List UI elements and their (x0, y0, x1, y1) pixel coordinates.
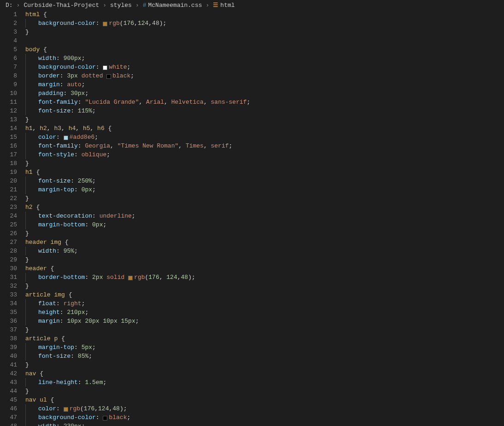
code-token: : (56, 404, 64, 413)
code-line[interactable]: article p { (25, 334, 504, 343)
code-line[interactable]: } (25, 282, 504, 290)
line-number: 19 (0, 168, 17, 177)
code-line[interactable]: text-decoration: underline; (25, 212, 504, 220)
code-line[interactable]: body { (25, 45, 504, 54)
code-content[interactable]: html {background-color: rgb(176,124,48);… (25, 10, 504, 426)
line-number: 39 (0, 343, 17, 352)
color-swatch-icon[interactable] (64, 407, 68, 412)
code-token: } (25, 325, 29, 334)
code-line[interactable]: nav ul { (25, 396, 504, 404)
line-number: 21 (0, 185, 17, 194)
code-line[interactable]: } (25, 159, 504, 168)
code-token: : (74, 343, 82, 352)
code-token: font-size (38, 106, 70, 115)
color-swatch-icon[interactable] (64, 136, 68, 140)
code-line[interactable]: background-color: rgb(176,124,48); (25, 19, 504, 28)
code-line[interactable]: } (25, 255, 504, 264)
code-line[interactable]: background-color: white; (25, 63, 504, 71)
code-line[interactable] (25, 36, 504, 45)
code-line[interactable]: h2 { (25, 203, 504, 212)
code-line[interactable]: h1, h2, h3, h4, h5, h6 { (25, 124, 504, 133)
breadcrumb-part[interactable]: html (220, 2, 234, 9)
line-number: 47 (0, 413, 17, 422)
code-token: , (159, 273, 167, 282)
color-swatch-icon[interactable] (103, 65, 107, 70)
code-token: } (25, 255, 29, 264)
code-token: , (204, 98, 211, 106)
code-token: 176 (84, 404, 94, 413)
chevron-right-icon: › (135, 2, 139, 9)
breadcrumb-part[interactable]: Curbside-Thai-Project (23, 2, 99, 9)
code-line[interactable]: font-family: "Lucida Grande", Arial, Hel… (25, 98, 504, 106)
code-line[interactable]: line-height: 1.5em; (25, 378, 504, 387)
code-token: h2 (25, 203, 36, 212)
code-line[interactable]: } (25, 115, 504, 124)
code-token: black (112, 71, 130, 80)
code-line[interactable]: } (25, 387, 504, 396)
code-line[interactable]: font-style: oblique; (25, 150, 504, 159)
code-line[interactable]: width: 900px; (25, 54, 504, 63)
code-line[interactable]: margin-top: 5px; (25, 343, 504, 352)
code-token: 30px (70, 89, 85, 98)
color-swatch-icon[interactable] (103, 416, 107, 420)
code-line[interactable]: font-size: 85%; (25, 352, 504, 361)
code-line[interactable]: } (25, 229, 504, 238)
code-token: : (56, 422, 64, 426)
code-line[interactable]: border-bottom: 2px solid rgb(176, 124,48… (25, 273, 504, 282)
indent-guide (25, 106, 38, 115)
code-line[interactable]: margin: 10px 20px 10px 15px; (25, 317, 504, 325)
breadcrumb[interactable]: D: › Curbside-Thai-Project › styles › # … (0, 0, 504, 10)
code-line[interactable]: margin-bottom: 0px; (25, 220, 504, 229)
code-token: 900px (64, 54, 82, 63)
code-line[interactable]: height: 210px; (25, 308, 504, 317)
code-token: 115% (78, 106, 92, 115)
code-line[interactable]: header img { (25, 238, 504, 247)
code-token (82, 317, 85, 325)
indent-guide (25, 177, 38, 185)
code-editor[interactable]: 1234567891011121314151617181920212223242… (0, 10, 504, 426)
code-line[interactable]: margin-top: 0px; (25, 185, 504, 194)
breadcrumb-part[interactable]: styles (110, 2, 132, 9)
code-line[interactable]: float: right; (25, 299, 504, 308)
code-line[interactable]: font-size: 250%; (25, 177, 504, 185)
code-line[interactable]: background-color: black; (25, 413, 504, 422)
indent-guide (25, 212, 38, 220)
code-line[interactable]: width: 95%; (25, 247, 504, 255)
code-line[interactable]: h1 { (25, 168, 504, 177)
code-token: font-size (38, 352, 70, 361)
color-swatch-icon[interactable] (103, 22, 107, 26)
code-token: black (109, 413, 127, 422)
code-token: : (60, 317, 67, 325)
code-line[interactable]: width: 230px; (25, 422, 504, 426)
breadcrumb-part[interactable]: McNameemain.css (148, 2, 202, 9)
code-line[interactable]: } (25, 194, 504, 203)
code-line[interactable]: padding: 30px; (25, 89, 504, 98)
code-line[interactable]: border: 3px dotted black; (25, 71, 504, 80)
code-token: , (110, 142, 117, 150)
breadcrumb-part[interactable]: D: (6, 2, 13, 9)
code-line[interactable]: } (25, 361, 504, 369)
color-swatch-icon[interactable] (106, 74, 111, 79)
code-token (117, 317, 121, 325)
code-token: Arial (146, 98, 164, 106)
code-token: Helvetica (171, 98, 204, 106)
code-token: 176 (123, 19, 134, 28)
indent-guide (25, 247, 38, 255)
code-line[interactable]: font-size: 115%; (25, 106, 504, 115)
code-token: h1 (25, 124, 33, 133)
code-token: font-style (38, 150, 74, 159)
code-line[interactable]: nav { (25, 369, 504, 378)
code-line[interactable]: html { (25, 10, 504, 19)
code-line[interactable]: margin: auto; (25, 80, 504, 89)
code-line[interactable]: header { (25, 264, 504, 273)
code-line[interactable]: font-family: Georgia, "Times New Roman",… (25, 142, 504, 150)
code-line[interactable]: } (25, 325, 504, 334)
code-line[interactable]: } (25, 28, 504, 36)
color-swatch-icon[interactable] (128, 276, 133, 280)
code-line[interactable]: article img { (25, 290, 504, 299)
code-line[interactable]: color: #add8e6; (25, 133, 504, 142)
code-token: : (64, 89, 71, 98)
code-token: ; (85, 308, 88, 317)
code-line[interactable]: color: rgb(176,124,48); (25, 404, 504, 413)
line-number: 45 (0, 396, 17, 404)
